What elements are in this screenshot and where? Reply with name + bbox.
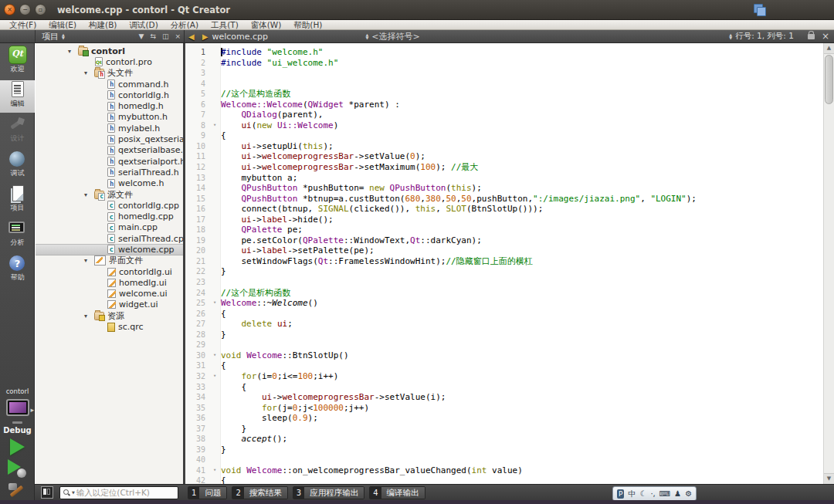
ime-chinese-mode-icon[interactable]: 中 [628, 488, 636, 499]
menu-item-5[interactable]: 分析(A) [164, 20, 205, 29]
mode-welcome[interactable]: 欢迎 [0, 46, 35, 78]
code-line[interactable]: 2#include "ui_welcome.h" [185, 58, 823, 69]
code-line[interactable]: 28} [185, 330, 823, 340]
tree-item-mylabel-h[interactable]: mylabel.h [36, 123, 183, 134]
forward-icon[interactable]: ▶ [202, 32, 208, 41]
document-combo-arrows-icon[interactable] [365, 33, 368, 39]
code-line[interactable]: 5//这个是构造函数 [185, 89, 823, 100]
code-line[interactable]: 20 ui->label->setPalette(pe); [185, 245, 823, 256]
code-line[interactable]: 10 ui->setupUi(this); [185, 141, 823, 152]
build-button[interactable] [8, 482, 28, 500]
ime-halfwidth-icon[interactable]: ☾ [639, 488, 646, 499]
menu-item-3[interactable]: 构建(B) [83, 20, 123, 29]
code-line[interactable]: 18 QPalette pe; [185, 225, 823, 235]
locator-dropdown-icon[interactable]: ▼ [72, 490, 75, 495]
lock-icon[interactable] [808, 34, 815, 39]
code-line[interactable]: 34 ui->welcomeprogressBar->setValue(i); [185, 392, 823, 403]
expander-icon[interactable]: ▾ [68, 48, 78, 55]
code-line[interactable]: 33 { [185, 382, 823, 393]
menu-item-4[interactable]: 调试(D) [123, 20, 164, 29]
menu-item-7[interactable]: 窗体(W) [245, 20, 288, 29]
expander-icon[interactable]: ▾ [84, 313, 94, 320]
menu-item-1[interactable]: 文件(F) [3, 20, 42, 29]
tree-item-homedlg-ui[interactable]: homedlg.ui [36, 277, 183, 288]
mode-edit[interactable]: 编辑 [0, 80, 35, 113]
window-close-icon[interactable]: × [4, 4, 15, 15]
pane-combo-arrows-icon[interactable] [62, 33, 65, 39]
code-line[interactable]: 40 [185, 455, 823, 465]
tree-item-item[interactable]: ▾头文件 [36, 68, 183, 79]
back-icon[interactable]: ◀ [188, 32, 195, 41]
tree-item-item[interactable]: ▾源文件 [36, 189, 183, 200]
code-line[interactable]: 39} [185, 445, 823, 455]
tree-item-contorldlg-ui[interactable]: contorldlg.ui [36, 266, 183, 277]
code-line[interactable]: 25▾Welcome::~Welcome() [185, 298, 823, 309]
fold-marker-icon[interactable]: ▾ [208, 350, 221, 361]
split-icon[interactable]: ◫ [162, 32, 169, 40]
code-line[interactable]: 37 } [185, 424, 823, 435]
code-line[interactable]: 42{ [185, 475, 823, 484]
code-line[interactable]: 11 ui->welcomeprogressBar->setValue(0); [185, 151, 823, 162]
output-pane-3[interactable]: 3应用程序输出 [293, 486, 364, 499]
code-line[interactable]: 14 QPushButton *pushButton= new QPushBut… [185, 183, 823, 194]
fold-marker-icon[interactable]: ▾ [208, 371, 221, 382]
fold-marker-icon[interactable]: ▾ [208, 120, 221, 131]
code-line[interactable]: 26{ [185, 309, 823, 320]
ime-settings-icon[interactable]: ⚙ [685, 488, 692, 499]
mode-analyze[interactable]: 分析 [0, 219, 35, 252]
ime-punctuation-icon[interactable]: ·, [650, 488, 655, 499]
tree-item-contorldlg-cpp[interactable]: contorldlg.cpp [36, 200, 183, 211]
code-line[interactable]: 29 [185, 340, 823, 350]
code-line[interactable]: 30▾void Welcome::BtnSlotUp() [185, 350, 823, 361]
symbol-selector[interactable]: <选择符号> [371, 31, 419, 42]
code-line[interactable]: 15 QPushButton *btnup=a.custButton(680,3… [185, 194, 823, 205]
code-line[interactable]: 8▾ ui(new Ui::Welcome) [185, 120, 823, 131]
code-line[interactable]: 31{ [185, 360, 823, 371]
code-line[interactable]: 9{ [185, 130, 823, 141]
expander-icon[interactable]: ▾ [84, 257, 94, 264]
expander-icon[interactable]: ▾ [84, 69, 94, 76]
code-line[interactable]: 22} [185, 266, 823, 277]
tree-item-welcome-h[interactable]: welcome.h [36, 178, 183, 189]
open-document-combo[interactable]: welcome.cpp [212, 32, 362, 42]
output-pane-4[interactable]: 4编译输出 [369, 486, 425, 499]
expander-icon[interactable]: ▾ [84, 191, 94, 198]
code-line[interactable]: 23 [185, 277, 823, 288]
tree-item-contorl[interactable]: ▾contorl [36, 46, 183, 56]
kit-selector-button[interactable] [0, 399, 35, 422]
mode-projects[interactable]: 项目 [0, 184, 35, 217]
tree-item-item[interactable]: ▾界面文件 [36, 255, 183, 266]
fold-marker-icon[interactable]: ▾ [208, 465, 221, 476]
ime-logo-icon[interactable]: P [617, 489, 624, 499]
fold-marker-icon[interactable]: ▾ [208, 298, 221, 309]
tree-item-mybutton-h[interactable]: mybutton.h [36, 112, 183, 123]
debug-run-button[interactable] [8, 459, 28, 478]
code-line[interactable]: 16 connect(btnup, SIGNAL(clicked()), thi… [185, 204, 823, 215]
output-pane-1[interactable]: 1问题 [188, 486, 227, 499]
code-line[interactable]: 6Welcome::Welcome(QWidget *parent) : [185, 100, 823, 110]
code-line[interactable]: 3 [185, 68, 823, 79]
menu-item-2[interactable]: 编辑(E) [42, 20, 83, 29]
ime-keyboard-icon[interactable]: ⌨ [659, 488, 670, 499]
run-button[interactable] [10, 438, 25, 455]
tree-item-posix-qextserialport-h[interactable]: posix_qextserialport.h [36, 134, 183, 144]
code-line[interactable]: 36 sleep(0.9); [185, 413, 823, 424]
output-pane-2[interactable]: 2搜索结果 [232, 486, 287, 499]
code-line[interactable]: 21 setWindowFlags(Qt::FramelessWindowHin… [185, 256, 823, 267]
tree-item-contorldlg-h[interactable]: contorldlg.h [36, 90, 183, 100]
code-line[interactable]: 12 ui->welcomeprogressBar->setMaximum(10… [185, 162, 823, 173]
pane-selector[interactable]: 项目 [36, 31, 59, 42]
tree-item-main-cpp[interactable]: main.cpp [36, 222, 183, 233]
mode-help[interactable]: 帮助 [0, 254, 35, 286]
ime-user-icon[interactable]: ♟ [674, 488, 681, 499]
tree-item-widget-ui[interactable]: widget.ui [36, 299, 183, 310]
mode-design[interactable]: 设计 [0, 115, 35, 147]
mode-debug[interactable]: 调试 [0, 150, 35, 182]
code-line[interactable]: 38 accept(); [185, 434, 823, 445]
code-line[interactable]: 17 ui->label->hide(); [185, 215, 823, 225]
tree-item-contorl-pro[interactable]: contorl.pro [36, 56, 183, 67]
sidebar-toggle-icon[interactable] [41, 486, 53, 499]
tree-item-serialthread-h[interactable]: serialThread.h [36, 167, 183, 178]
code-line[interactable]: 13 mybutton a; [185, 173, 823, 184]
code-line[interactable]: 4 [185, 79, 823, 90]
